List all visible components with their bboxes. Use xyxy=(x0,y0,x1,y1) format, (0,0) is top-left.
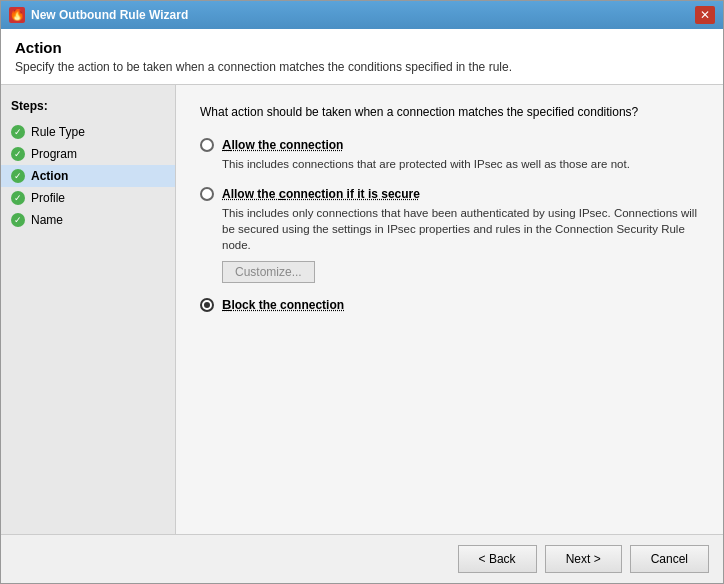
window-title: New Outbound Rule Wizard xyxy=(31,8,188,22)
content-area: What action should be taken when a conne… xyxy=(176,85,723,534)
radio-allow-secure[interactable] xyxy=(200,187,214,201)
sidebar-item-label: Rule Type xyxy=(31,125,85,139)
footer: < Back Next > Cancel xyxy=(1,534,723,583)
wizard-window: 🔥 New Outbound Rule Wizard ✕ Action Spec… xyxy=(0,0,724,584)
sidebar-item-program[interactable]: Program xyxy=(1,143,175,165)
step-dot-rule-type xyxy=(11,125,25,139)
radio-allow[interactable] xyxy=(200,138,214,152)
step-dot-name xyxy=(11,213,25,227)
titlebar: 🔥 New Outbound Rule Wizard ✕ xyxy=(1,1,723,29)
page-header: Action Specify the action to be taken wh… xyxy=(1,29,723,85)
option-allow-secure-label[interactable]: Allow the connection if it is secure xyxy=(222,186,420,201)
option-allow-label[interactable]: Allow the connection xyxy=(222,137,343,152)
sidebar-item-profile[interactable]: Profile xyxy=(1,187,175,209)
customize-button[interactable]: Customize... xyxy=(222,261,315,283)
steps-label: Steps: xyxy=(1,95,175,121)
option-allow-desc: This includes connections that are prote… xyxy=(222,156,699,172)
app-icon: 🔥 xyxy=(9,7,25,23)
svg-text:🔥: 🔥 xyxy=(11,9,23,21)
sidebar-item-name[interactable]: Name xyxy=(1,209,175,231)
back-button[interactable]: < Back xyxy=(458,545,537,573)
option-block-row: Block the connection xyxy=(200,297,699,312)
main-content: Steps: Rule Type Program Action Profile … xyxy=(1,85,723,534)
option-allow: Allow the connection This includes conne… xyxy=(200,137,699,172)
option-block: Block the connection xyxy=(200,297,699,312)
option-allow-secure-row: Allow the connection if it is secure xyxy=(200,186,699,201)
page-title: Action xyxy=(15,39,709,56)
step-dot-profile xyxy=(11,191,25,205)
option-block-label[interactable]: Block the connection xyxy=(222,297,344,312)
cancel-button[interactable]: Cancel xyxy=(630,545,709,573)
titlebar-left: 🔥 New Outbound Rule Wizard xyxy=(9,7,188,23)
option-allow-secure: Allow the connection if it is secure Thi… xyxy=(200,186,699,283)
radio-block[interactable] xyxy=(200,298,214,312)
sidebar-item-label: Profile xyxy=(31,191,65,205)
sidebar: Steps: Rule Type Program Action Profile … xyxy=(1,85,176,534)
step-dot-program xyxy=(11,147,25,161)
question-text: What action should be taken when a conne… xyxy=(200,105,699,119)
page-description: Specify the action to be taken when a co… xyxy=(15,60,709,74)
option-allow-row: Allow the connection xyxy=(200,137,699,152)
option-allow-secure-desc: This includes only connections that have… xyxy=(222,205,699,253)
next-button[interactable]: Next > xyxy=(545,545,622,573)
sidebar-item-label: Name xyxy=(31,213,63,227)
sidebar-item-rule-type[interactable]: Rule Type xyxy=(1,121,175,143)
sidebar-item-label: Action xyxy=(31,169,68,183)
step-dot-action xyxy=(11,169,25,183)
sidebar-item-action[interactable]: Action xyxy=(1,165,175,187)
close-button[interactable]: ✕ xyxy=(695,6,715,24)
sidebar-item-label: Program xyxy=(31,147,77,161)
